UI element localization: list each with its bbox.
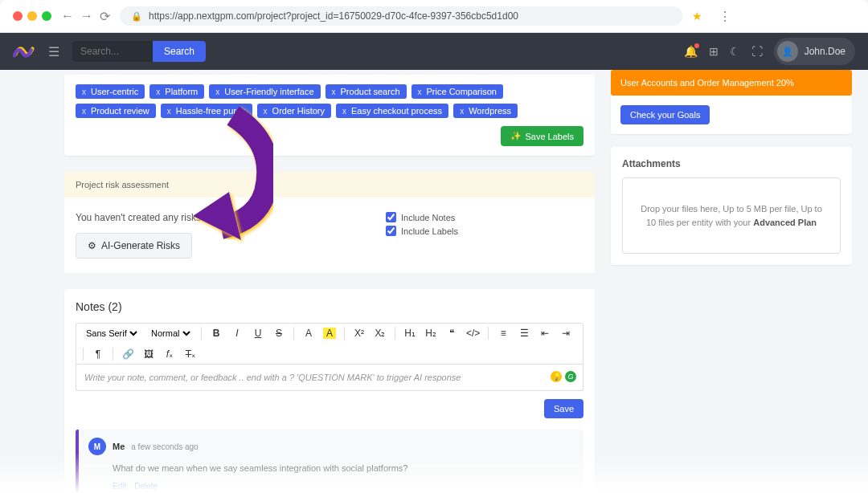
forward-arrow-icon[interactable]: → xyxy=(80,9,93,24)
window-maximize[interactable] xyxy=(42,11,51,21)
include-notes-checkbox[interactable]: Include Notes xyxy=(386,212,458,222)
label-chip[interactable]: xHassle-free purch xyxy=(161,104,252,118)
notes-card: Notes (2) Sans Serif Normal B I U S A A … xyxy=(64,289,595,493)
link-button[interactable]: 🔗 xyxy=(121,348,134,360)
url-bar[interactable]: 🔒 https://app.nextgpm.com/project?projec… xyxy=(120,6,682,26)
subscript-button[interactable]: X₂ xyxy=(374,328,387,339)
superscript-button[interactable]: X² xyxy=(353,328,366,339)
label-chip[interactable]: xOrder History xyxy=(257,104,331,118)
magic-wand-icon: ⚙ xyxy=(88,240,96,251)
bell-icon[interactable]: 🔔 xyxy=(684,45,698,58)
hint-icon[interactable]: 💡 xyxy=(551,371,562,382)
note-author: Me xyxy=(113,442,125,451)
chip-remove-icon[interactable]: x xyxy=(82,88,86,96)
label-chip[interactable]: xUser-centric xyxy=(76,84,145,99)
reload-icon[interactable]: ⟳ xyxy=(100,9,110,24)
clear-format-button[interactable]: Tₓ xyxy=(184,348,197,360)
rtl-button[interactable]: ¶ xyxy=(92,348,104,360)
image-button[interactable]: 🖼 xyxy=(142,348,155,360)
ai-generate-risks-button[interactable]: ⚙ AI-Generate Risks xyxy=(76,233,192,259)
chip-remove-icon[interactable]: x xyxy=(332,88,336,96)
strike-button[interactable]: S xyxy=(272,328,285,339)
save-note-button[interactable]: Save xyxy=(544,399,583,418)
label-chip[interactable]: xPrice Comparison xyxy=(411,84,503,99)
search-wrap: Search xyxy=(72,41,206,62)
browser-chrome: ← → ⟳ 🔒 https://app.nextgpm.com/project?… xyxy=(0,0,868,33)
attachments-card: Attachments Drop your files here, Up to … xyxy=(611,147,852,265)
grammarly-icon[interactable]: G xyxy=(565,371,576,382)
save-labels-button[interactable]: ✨ Save Labels xyxy=(501,126,583,146)
chip-remove-icon[interactable]: x xyxy=(156,88,160,96)
h2-button[interactable]: H₂ xyxy=(424,328,437,339)
formula-button[interactable]: fₓ xyxy=(163,348,176,360)
indent-button[interactable]: ⇥ xyxy=(559,328,572,339)
goals-card: User Accounts and Order Management 20% C… xyxy=(611,70,852,134)
label-chip[interactable]: xProduct review xyxy=(76,104,156,118)
labels-card: xUser-centricxPlatformxUser-Friendly int… xyxy=(64,75,595,156)
browser-menu-icon[interactable]: ⋮ xyxy=(719,9,731,24)
label-chip[interactable]: xProduct search xyxy=(326,84,407,99)
chip-remove-icon[interactable]: x xyxy=(342,107,346,116)
font-family-select[interactable]: Sans Serif xyxy=(83,328,140,339)
editor-area[interactable]: Write your note, comment, or feedback ..… xyxy=(76,365,583,391)
label-chip[interactable]: xPlatform xyxy=(149,84,204,99)
moon-icon[interactable]: ☾ xyxy=(730,45,740,58)
label-chip[interactable]: xEasy checkout process xyxy=(336,104,448,118)
notes-title: Notes (2) xyxy=(76,300,583,313)
fullscreen-icon[interactable]: ⛶ xyxy=(751,45,763,58)
outdent-button[interactable]: ⇤ xyxy=(538,328,551,339)
delete-note-link[interactable]: Delete xyxy=(134,482,158,491)
label-chips: xUser-centricxPlatformxUser-Friendly int… xyxy=(76,84,583,118)
chip-remove-icon[interactable]: x xyxy=(460,107,464,116)
avatar: 👤 xyxy=(777,41,798,62)
chip-remove-icon[interactable]: x xyxy=(167,107,171,116)
attachments-title: Attachments xyxy=(622,158,841,169)
note-item: M Me a few seconds ago What do we mean w… xyxy=(76,430,583,493)
sparkle-icon: ✨ xyxy=(510,131,522,141)
grid-icon[interactable]: ⊞ xyxy=(709,45,719,58)
search-button[interactable]: Search xyxy=(153,41,206,62)
note-body: What do we mean when we say seamless int… xyxy=(113,462,574,475)
italic-button[interactable]: I xyxy=(231,328,244,339)
ul-button[interactable]: ☰ xyxy=(518,328,530,339)
quote-button[interactable]: ❝ xyxy=(445,328,458,339)
chip-remove-icon[interactable]: x xyxy=(82,107,86,116)
user-menu[interactable]: 👤 John.Doe xyxy=(774,38,855,65)
ol-button[interactable]: ≡ xyxy=(497,328,510,339)
code-button[interactable]: </> xyxy=(466,328,480,339)
bold-button[interactable]: B xyxy=(210,328,223,339)
include-options: Include Notes Include Labels xyxy=(386,212,458,236)
top-right: 🔔 ⊞ ☾ ⛶ 👤 John.Doe xyxy=(684,38,855,65)
bookmark-star-icon[interactable]: ★ xyxy=(692,10,702,22)
text-color-button[interactable]: A xyxy=(302,328,315,339)
chip-remove-icon[interactable]: x xyxy=(215,88,219,96)
risk-banner: Project risk assessment xyxy=(64,172,595,198)
hamburger-icon[interactable]: ☰ xyxy=(48,44,59,59)
back-arrow-icon[interactable]: ← xyxy=(61,9,74,24)
note-avatar: M xyxy=(88,438,106,455)
browser-nav: ← → ⟳ xyxy=(61,9,110,24)
underline-button[interactable]: U xyxy=(252,328,264,339)
note-time: a few seconds ago xyxy=(131,442,198,451)
window-minimize[interactable] xyxy=(27,11,37,21)
window-close[interactable] xyxy=(13,11,23,21)
lock-icon: 🔒 xyxy=(131,11,142,22)
edit-note-link[interactable]: Edit xyxy=(113,482,126,491)
font-style-select[interactable]: Normal xyxy=(148,328,193,339)
goal-progress-bar: User Accounts and Order Management 20% xyxy=(611,70,852,96)
highlight-button[interactable]: A xyxy=(323,328,336,339)
h1-button[interactable]: H₁ xyxy=(403,328,416,339)
check-goals-button[interactable]: Check your Goals xyxy=(620,105,710,124)
risk-card: Project risk assessment You haven't crea… xyxy=(64,172,595,273)
label-chip[interactable]: xWordpress xyxy=(453,104,518,118)
label-chip[interactable]: xUser-Friendly interface xyxy=(209,84,320,99)
file-dropzone[interactable]: Drop your files here, Up to 5 MB per fil… xyxy=(622,177,841,254)
chip-remove-icon[interactable]: x xyxy=(264,107,268,116)
include-labels-checkbox[interactable]: Include Labels xyxy=(386,226,458,236)
chip-remove-icon[interactable]: x xyxy=(418,88,422,96)
app-logo[interactable] xyxy=(13,40,35,63)
risk-empty-text: You haven't created any risks... xyxy=(76,212,583,223)
url-text: https://app.nextgpm.com/project?project_… xyxy=(149,10,518,22)
username: John.Doe xyxy=(805,46,845,57)
search-input[interactable] xyxy=(72,41,153,62)
